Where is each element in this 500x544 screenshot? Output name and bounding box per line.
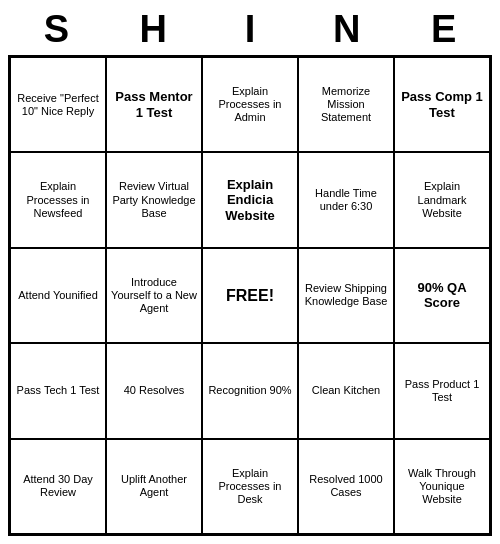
bingo-cell: Explain Endicia Website: [202, 152, 298, 247]
bingo-cell: FREE!: [202, 248, 298, 343]
bingo-cell: Pass Product 1 Test: [394, 343, 490, 438]
bingo-letter: I: [202, 8, 299, 51]
bingo-cell: Explain Processes in Admin: [202, 57, 298, 152]
bingo-cell: Resolved 1000 Cases: [298, 439, 394, 534]
bingo-cell: Attend Younified: [10, 248, 106, 343]
bingo-letter: N: [298, 8, 395, 51]
bingo-letter: E: [395, 8, 492, 51]
bingo-cell: Introduce Yourself to a New Agent: [106, 248, 202, 343]
bingo-letter: H: [105, 8, 202, 51]
bingo-cell: Review Virtual Party Knowledge Base: [106, 152, 202, 247]
bingo-cell: Clean Kitchen: [298, 343, 394, 438]
bingo-cell: Attend 30 Day Review: [10, 439, 106, 534]
bingo-cell: Walk Through Younique Website: [394, 439, 490, 534]
bingo-cell: 90% QA Score: [394, 248, 490, 343]
bingo-cell: Pass Mentor 1 Test: [106, 57, 202, 152]
bingo-cell: Review Shipping Knowledge Base: [298, 248, 394, 343]
bingo-cell: 40 Resolves: [106, 343, 202, 438]
bingo-cell: Pass Tech 1 Test: [10, 343, 106, 438]
bingo-cell: Uplift Another Agent: [106, 439, 202, 534]
bingo-cell: Explain Processes in Newsfeed: [10, 152, 106, 247]
bingo-grid: Receive "Perfect 10" Nice ReplyPass Ment…: [8, 55, 492, 536]
bingo-cell: Explain Processes in Desk: [202, 439, 298, 534]
bingo-cell: Memorize Mission Statement: [298, 57, 394, 152]
bingo-cell: Receive "Perfect 10" Nice Reply: [10, 57, 106, 152]
bingo-letter: S: [8, 8, 105, 51]
bingo-cell: Explain Landmark Website: [394, 152, 490, 247]
bingo-cell: Handle Time under 6:30: [298, 152, 394, 247]
bingo-cell: Recognition 90%: [202, 343, 298, 438]
bingo-title: SHINE: [8, 8, 492, 51]
bingo-cell: Pass Comp 1 Test: [394, 57, 490, 152]
